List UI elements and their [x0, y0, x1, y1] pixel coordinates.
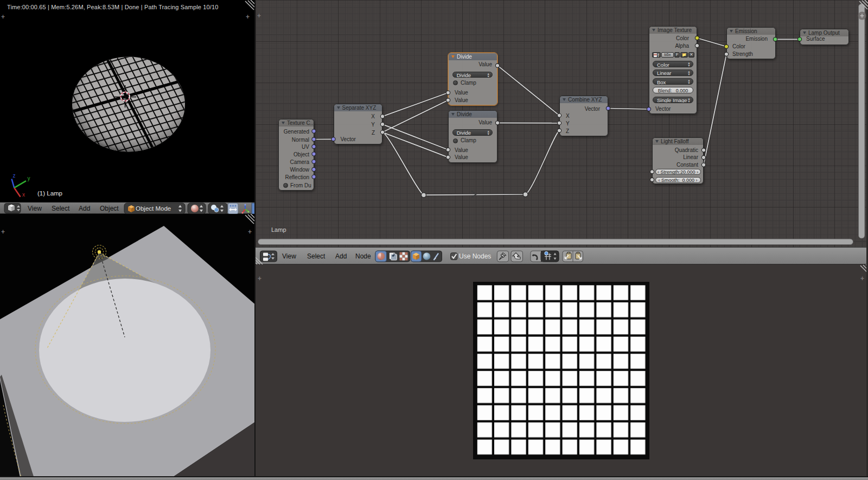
svg-text:z: z [13, 173, 16, 179]
svg-text:y: y [28, 175, 30, 181]
svg-text:x: x [22, 192, 25, 198]
